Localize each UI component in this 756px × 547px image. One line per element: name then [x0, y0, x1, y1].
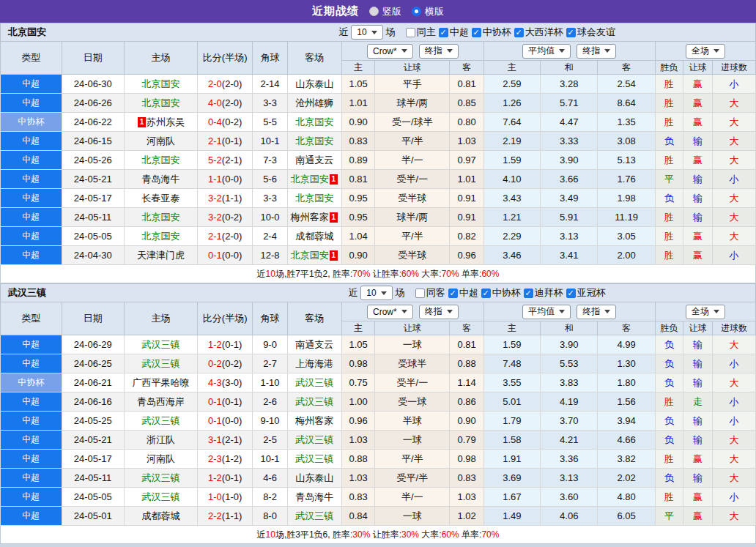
avg-draw-cell: 3.60 [541, 488, 598, 507]
games-label: 场 [386, 26, 396, 39]
away-odds-cell: 1.01 [450, 170, 483, 189]
fulltime-score: 0-1 [208, 250, 222, 261]
odds-stage-select[interactable]: 终指 [419, 44, 459, 59]
summary-stat-value: 30% [401, 529, 419, 540]
summary-text: 让胜率: [370, 529, 401, 541]
radio-icon[interactable] [412, 7, 421, 16]
home-odds-cell: 1.04 [341, 227, 374, 246]
match-count-select-value: 10 [366, 288, 376, 298]
handicap-cell: 球半/两 [375, 94, 450, 113]
average-odds-group: 平均值终指 [483, 42, 655, 61]
checkbox-icon[interactable] [406, 28, 415, 37]
checkbox-icon[interactable]: ✓ [448, 289, 458, 298]
away-team-name: 武汉三镇 [295, 434, 333, 445]
result-cell: 胜 [655, 392, 683, 412]
score-cell: 0-1(0-1) [198, 392, 253, 412]
league-badge: 中超 [1, 431, 62, 450]
layout-radio-vertical[interactable]: 竖版 [369, 5, 401, 18]
league-filter[interactable]: ✓亚冠杯 [566, 286, 606, 299]
home-team-name: 武汉三镇 [142, 491, 180, 502]
fulltime-select[interactable]: 全场 [686, 305, 725, 319]
league-filter[interactable]: ✓中协杯 [481, 286, 521, 299]
avg-away-cell: 5.13 [598, 151, 655, 170]
avg-home-cell: 1.59 [483, 335, 540, 354]
handicap-cell: 受一/球半 [375, 113, 450, 132]
date-cell: 24-05-26 [62, 151, 125, 170]
home-team-name: 成都蓉城 [142, 510, 180, 521]
checkbox-icon[interactable]: ✓ [566, 28, 576, 37]
fulltime-score: 1-2 [208, 472, 222, 483]
goals-cell: 大 [713, 189, 756, 208]
score-cell: 2-3(1-2) [198, 450, 253, 469]
away-team-cell: 成都蓉城 [287, 227, 341, 246]
odds-stage-select[interactable]: 终指 [419, 305, 459, 319]
avg-home-cell: 1.59 [483, 151, 540, 170]
checkbox-icon[interactable]: ✓ [481, 289, 491, 298]
league-filter[interactable]: ✓大西洋杯 [514, 26, 563, 39]
bookmaker-select[interactable]: Crow* [367, 44, 413, 59]
match-row: 中超24-05-17长春亚泰3-2(1-1)3-3北京国安0.95受半球0.91… [1, 189, 756, 208]
chevron-down-icon [559, 49, 565, 53]
average-stage-select[interactable]: 终指 [577, 44, 616, 59]
fulltime-select-value: 全场 [692, 45, 709, 57]
summary-text: 场,胜3平1负6, 胜率: [275, 529, 352, 541]
league-filter[interactable]: ✓中超 [439, 26, 469, 39]
away-odds-cell: 1.03 [450, 132, 483, 151]
match-count-select[interactable]: 10 [351, 25, 382, 40]
goals-cell: 小 [713, 170, 756, 189]
result-cell: 负 [655, 431, 683, 450]
league-filter[interactable]: ✓中协杯 [472, 26, 511, 39]
fulltime-select[interactable]: 全场 [686, 44, 725, 59]
checkbox-icon[interactable]: ✓ [514, 28, 524, 37]
section-summary: 近10场,胜3平1负6, 胜率:30% 让胜率:30% 大率:60% 单率:70… [0, 526, 756, 544]
average-stage-select[interactable]: 终指 [577, 305, 616, 319]
col-home-odds: 主 [341, 61, 374, 75]
goals-cell: 大 [713, 208, 756, 227]
halftime-score: (0-1) [222, 339, 242, 350]
handicap-result-cell: 输 [683, 373, 712, 392]
col-date: 日期 [62, 42, 125, 75]
league-filter[interactable]: ✓迪拜杯 [524, 286, 563, 299]
match-row: 中超24-05-01成都蓉城2-2(1-1)8-0武汉三镇0.84一球1.021… [1, 507, 756, 526]
checkbox-icon[interactable]: ✓ [524, 289, 533, 298]
away-team-cell: 北京国安1 [287, 246, 341, 265]
selects-wrap: 全场 [656, 44, 755, 59]
home-odds-cell: 1.01 [341, 94, 374, 113]
away-odds-cell: 0.85 [450, 94, 483, 113]
date-cell: 24-06-30 [62, 75, 125, 94]
col-avg-home: 主 [483, 321, 540, 335]
match-count-select[interactable]: 10 [360, 286, 392, 300]
league-filter[interactable]: ✓球会友谊 [566, 26, 615, 39]
chevron-down-icon [604, 310, 610, 313]
corner-cell: 3-3 [253, 94, 287, 113]
average-stage-select-value: 终指 [582, 45, 600, 57]
radio-icon[interactable] [369, 7, 379, 16]
goals-cell: 大 [713, 335, 756, 354]
fulltime-score: 3-1 [208, 434, 222, 445]
bookmaker-select[interactable]: Crow* [367, 305, 413, 319]
checkbox-icon[interactable] [415, 289, 425, 298]
match-row: 中超24-06-26北京国安4-0(2-0)3-3沧州雄狮1.01球半/两0.8… [1, 94, 756, 113]
layout-radio-horizontal[interactable]: 横版 [412, 5, 444, 18]
average-select[interactable]: 平均值 [522, 305, 571, 319]
goals-cell: 小 [713, 412, 756, 431]
corner-cell: 9-10 [253, 412, 287, 431]
halftime-score: (0-2) [222, 358, 242, 369]
avg-draw-cell: 4.06 [541, 507, 598, 526]
checkbox-icon[interactable]: ✓ [472, 28, 481, 37]
avg-away-cell: 4.66 [598, 431, 655, 450]
same-venue-filter[interactable]: 同客 [415, 286, 445, 299]
handicap-result-cell: 赢 [683, 151, 712, 170]
handicap-result-cell: 输 [683, 189, 712, 208]
checkbox-icon[interactable]: ✓ [566, 289, 576, 298]
league-filter[interactable]: ✓中超 [448, 286, 478, 299]
date-cell: 24-05-21 [62, 431, 125, 450]
away-team-cell: 梅州客家1 [287, 208, 341, 227]
odds-stage-select-value: 终指 [425, 305, 442, 318]
checkbox-icon[interactable]: ✓ [439, 28, 448, 37]
same-venue-filter[interactable]: 同主 [406, 26, 436, 39]
average-select-value: 平均值 [528, 45, 555, 57]
average-select[interactable]: 平均值 [522, 44, 571, 59]
home-odds-cell: 0.88 [341, 450, 374, 469]
col-goals: 进球数 [713, 61, 756, 75]
